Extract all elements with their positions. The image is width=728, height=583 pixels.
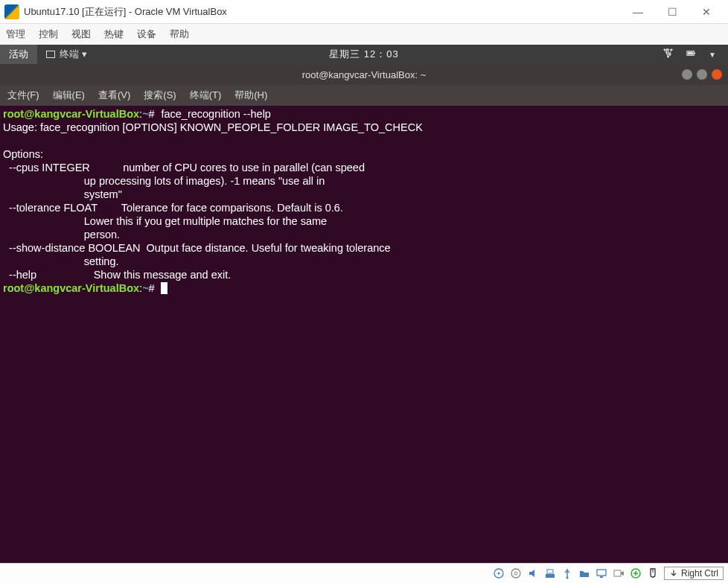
svg-rect-4 bbox=[694, 53, 695, 54]
output-line: --help Show this message and exit. bbox=[3, 269, 231, 281]
term-menu-terminal[interactable]: 终端(T) bbox=[190, 89, 222, 102]
term-menu-help[interactable]: 帮助(H) bbox=[234, 89, 267, 102]
chevron-down-icon[interactable]: ▼ bbox=[709, 51, 716, 59]
prompt-hash: # bbox=[149, 108, 155, 120]
arrow-down-icon bbox=[669, 569, 678, 578]
svg-rect-10 bbox=[546, 574, 555, 578]
svg-point-12 bbox=[566, 577, 569, 579]
output-line: Usage: face_recognition [OPTIONS] KNOWN_… bbox=[3, 121, 423, 133]
prompt-path: ~ bbox=[142, 108, 148, 120]
output-line: --show-distance BOOLEAN Output face dist… bbox=[3, 242, 391, 254]
svg-rect-15 bbox=[614, 570, 621, 576]
display-icon[interactable] bbox=[596, 567, 608, 580]
virtualbox-menubar: 管理 控制 视图 热键 设备 帮助 bbox=[0, 24, 728, 45]
output-line: Options: bbox=[3, 148, 43, 160]
menu-devices[interactable]: 设备 bbox=[137, 28, 156, 41]
output-line: --cpus INTEGER number of CPU cores to us… bbox=[3, 162, 365, 173]
output-line: person. bbox=[3, 229, 120, 240]
terminal-icon bbox=[46, 51, 55, 58]
cursor bbox=[161, 282, 167, 294]
system-tray: ▼ bbox=[662, 48, 728, 61]
prompt-user: root@kangvcar-VirtualBox bbox=[3, 108, 139, 120]
term-menu-edit[interactable]: 编辑(E) bbox=[53, 89, 85, 102]
audio-icon[interactable] bbox=[527, 567, 540, 580]
output-line: up processing lots of images). -1 means … bbox=[3, 175, 325, 187]
term-minimize-button[interactable] bbox=[682, 69, 692, 80]
host-key-label: Right Ctrl bbox=[681, 568, 718, 579]
output-line: Lower this if you get multiple matches f… bbox=[3, 215, 327, 227]
term-maximize-button[interactable] bbox=[697, 69, 707, 80]
recording-icon[interactable] bbox=[613, 567, 625, 580]
term-menu-view[interactable]: 查看(V) bbox=[98, 89, 130, 102]
output-line: --tolerance FLOAT Tolerance for face com… bbox=[3, 202, 343, 214]
virtualbox-statusbar: Right Ctrl bbox=[0, 563, 728, 583]
term-menu-search[interactable]: 搜索(S) bbox=[144, 89, 176, 102]
shared-folder-icon[interactable] bbox=[578, 567, 591, 580]
clock[interactable]: 星期三 12：03 bbox=[329, 48, 399, 61]
svg-rect-14 bbox=[600, 576, 603, 578]
mouse-integration-icon[interactable] bbox=[647, 567, 660, 580]
output-line: setting. bbox=[3, 255, 119, 267]
terminal-title: root@kangvcar-VirtualBox: ~ bbox=[302, 69, 427, 80]
activities-button[interactable]: 活动 bbox=[0, 45, 37, 64]
menu-hotkeys[interactable]: 热键 bbox=[104, 28, 124, 41]
menu-manage[interactable]: 管理 bbox=[6, 28, 25, 41]
network-adapter-icon[interactable] bbox=[544, 567, 557, 580]
optical-icon[interactable] bbox=[510, 567, 523, 580]
svg-rect-11 bbox=[547, 570, 553, 573]
close-button[interactable]: ✕ bbox=[689, 0, 724, 24]
svg-point-8 bbox=[511, 569, 520, 578]
terminal-menubar: 文件(F) 编辑(E) 查看(V) 搜索(S) 终端(T) 帮助(H) bbox=[0, 85, 728, 106]
minimize-button[interactable]: — bbox=[621, 0, 655, 24]
network-icon[interactable] bbox=[662, 48, 674, 61]
host-key-indicator[interactable]: Right Ctrl bbox=[664, 567, 724, 580]
prompt-path: ~ bbox=[142, 282, 148, 294]
battery-icon[interactable] bbox=[686, 48, 697, 61]
terminal-titlebar: root@kangvcar-VirtualBox: ~ bbox=[0, 64, 728, 85]
svg-rect-13 bbox=[597, 570, 606, 576]
menu-control[interactable]: 控制 bbox=[39, 28, 58, 41]
usb-icon[interactable] bbox=[561, 567, 574, 580]
svg-point-9 bbox=[514, 572, 517, 575]
menu-view[interactable]: 视图 bbox=[71, 28, 91, 41]
virtualbox-titlebar: Ubuntu17.10 [正在运行] - Oracle VM VirtualBo… bbox=[0, 0, 728, 24]
window-title: Ubuntu17.10 [正在运行] - Oracle VM VirtualBo… bbox=[24, 5, 621, 19]
svg-point-7 bbox=[498, 573, 500, 575]
virtualbox-logo-icon bbox=[4, 4, 19, 19]
hdd-icon[interactable] bbox=[493, 567, 505, 580]
prompt-user: root@kangvcar-VirtualBox bbox=[3, 282, 139, 294]
svg-rect-5 bbox=[688, 52, 694, 55]
menu-help[interactable]: 帮助 bbox=[170, 28, 189, 41]
maximize-button[interactable]: ☐ bbox=[655, 0, 689, 24]
command-1: face_recognition --help bbox=[161, 108, 271, 120]
terminal-output[interactable]: root@kangvcar-VirtualBox:~# face_recogni… bbox=[0, 106, 728, 563]
ubuntu-topbar: 活动 终端 ▾ 星期三 12：03 ▼ bbox=[0, 45, 728, 64]
term-close-button[interactable] bbox=[712, 69, 722, 80]
guest-additions-icon[interactable] bbox=[630, 567, 642, 580]
term-menu-file[interactable]: 文件(F) bbox=[7, 89, 39, 102]
terminal-app-label: 终端 ▾ bbox=[60, 48, 87, 61]
terminal-app-indicator[interactable]: 终端 ▾ bbox=[46, 48, 87, 61]
output-line: system" bbox=[3, 188, 122, 200]
